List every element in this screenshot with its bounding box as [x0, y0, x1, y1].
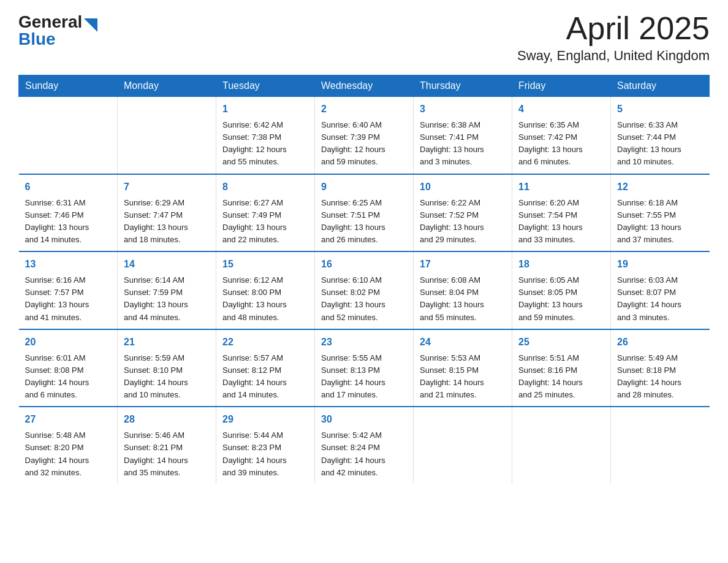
day-number: 5	[617, 102, 703, 117]
calendar-cell: 9Sunrise: 6:25 AM Sunset: 7:51 PM Daylig…	[315, 174, 414, 252]
calendar-header-wednesday: Wednesday	[315, 75, 414, 97]
calendar-cell	[414, 407, 512, 484]
logo: General Blue	[18, 12, 97, 49]
day-info: Sunrise: 6:03 AM Sunset: 8:07 PM Dayligh…	[617, 274, 703, 324]
calendar-cell: 29Sunrise: 5:44 AM Sunset: 8:23 PM Dayli…	[216, 407, 315, 484]
day-info: Sunrise: 5:42 AM Sunset: 8:24 PM Dayligh…	[321, 429, 407, 479]
day-number: 9	[321, 180, 407, 194]
calendar-cell: 14Sunrise: 6:14 AM Sunset: 7:59 PM Dayli…	[118, 251, 216, 329]
day-info: Sunrise: 6:18 AM Sunset: 7:55 PM Dayligh…	[617, 197, 703, 247]
calendar-header-monday: Monday	[118, 75, 216, 97]
day-number: 30	[321, 412, 407, 427]
day-info: Sunrise: 5:57 AM Sunset: 8:12 PM Dayligh…	[222, 352, 308, 402]
day-number: 14	[124, 257, 210, 272]
calendar-cell: 16Sunrise: 6:10 AM Sunset: 8:02 PM Dayli…	[315, 251, 414, 329]
calendar-cell: 7Sunrise: 6:29 AM Sunset: 7:47 PM Daylig…	[118, 174, 216, 252]
day-info: Sunrise: 6:31 AM Sunset: 7:46 PM Dayligh…	[25, 197, 112, 247]
day-number: 7	[124, 180, 210, 194]
calendar-header-thursday: Thursday	[414, 75, 512, 97]
day-info: Sunrise: 6:01 AM Sunset: 8:08 PM Dayligh…	[25, 352, 112, 402]
calendar-cell: 13Sunrise: 6:16 AM Sunset: 7:57 PM Dayli…	[19, 251, 118, 329]
day-number: 6	[25, 180, 112, 194]
calendar-cell: 1Sunrise: 6:42 AM Sunset: 7:38 PM Daylig…	[216, 97, 315, 174]
calendar-header-friday: Friday	[512, 75, 611, 97]
calendar-week-row: 1Sunrise: 6:42 AM Sunset: 7:38 PM Daylig…	[19, 97, 710, 174]
day-info: Sunrise: 6:38 AM Sunset: 7:41 PM Dayligh…	[420, 119, 506, 169]
day-number: 25	[518, 335, 604, 350]
calendar-cell: 3Sunrise: 6:38 AM Sunset: 7:41 PM Daylig…	[414, 97, 512, 174]
calendar-week-row: 6Sunrise: 6:31 AM Sunset: 7:46 PM Daylig…	[19, 174, 710, 252]
calendar-header-sunday: Sunday	[19, 75, 118, 97]
calendar-cell: 18Sunrise: 6:05 AM Sunset: 8:05 PM Dayli…	[512, 251, 611, 329]
day-info: Sunrise: 6:35 AM Sunset: 7:42 PM Dayligh…	[518, 119, 604, 169]
day-info: Sunrise: 5:53 AM Sunset: 8:15 PM Dayligh…	[420, 352, 506, 402]
calendar-cell: 5Sunrise: 6:33 AM Sunset: 7:44 PM Daylig…	[611, 97, 710, 174]
calendar-cell	[611, 407, 710, 484]
day-info: Sunrise: 6:33 AM Sunset: 7:44 PM Dayligh…	[617, 119, 703, 169]
day-info: Sunrise: 6:42 AM Sunset: 7:38 PM Dayligh…	[222, 119, 308, 169]
calendar-cell: 15Sunrise: 6:12 AM Sunset: 8:00 PM Dayli…	[216, 251, 315, 329]
day-number: 17	[420, 257, 506, 272]
day-info: Sunrise: 6:16 AM Sunset: 7:57 PM Dayligh…	[25, 274, 112, 324]
calendar-cell: 11Sunrise: 6:20 AM Sunset: 7:54 PM Dayli…	[512, 174, 611, 252]
calendar-week-row: 27Sunrise: 5:48 AM Sunset: 8:20 PM Dayli…	[19, 407, 710, 484]
day-info: Sunrise: 6:10 AM Sunset: 8:02 PM Dayligh…	[321, 274, 407, 324]
day-number: 28	[124, 412, 210, 427]
page-header: General Blue April 2025 Sway, England, U…	[18, 12, 710, 64]
day-number: 10	[420, 180, 506, 194]
calendar-cell: 4Sunrise: 6:35 AM Sunset: 7:42 PM Daylig…	[512, 97, 611, 174]
day-number: 16	[321, 257, 407, 272]
day-info: Sunrise: 5:49 AM Sunset: 8:18 PM Dayligh…	[617, 352, 703, 402]
calendar-cell: 10Sunrise: 6:22 AM Sunset: 7:52 PM Dayli…	[414, 174, 512, 252]
day-number: 26	[617, 335, 703, 350]
day-number: 19	[617, 257, 703, 272]
calendar-cell: 2Sunrise: 6:40 AM Sunset: 7:39 PM Daylig…	[315, 97, 414, 174]
day-info: Sunrise: 5:55 AM Sunset: 8:13 PM Dayligh…	[321, 352, 407, 402]
day-info: Sunrise: 5:44 AM Sunset: 8:23 PM Dayligh…	[222, 429, 308, 479]
calendar-cell: 23Sunrise: 5:55 AM Sunset: 8:13 PM Dayli…	[315, 329, 414, 407]
calendar-header-saturday: Saturday	[611, 75, 710, 97]
day-info: Sunrise: 6:22 AM Sunset: 7:52 PM Dayligh…	[420, 197, 506, 247]
day-number: 23	[321, 335, 407, 350]
day-number: 15	[222, 257, 308, 272]
day-number: 12	[617, 180, 703, 194]
calendar-cell: 17Sunrise: 6:08 AM Sunset: 8:04 PM Dayli…	[414, 251, 512, 329]
calendar-cell	[118, 97, 216, 174]
day-number: 24	[420, 335, 506, 350]
day-number: 11	[518, 180, 604, 194]
calendar-cell: 25Sunrise: 5:51 AM Sunset: 8:16 PM Dayli…	[512, 329, 611, 407]
day-number: 3	[420, 102, 506, 117]
day-number: 18	[518, 257, 604, 272]
calendar-cell: 19Sunrise: 6:03 AM Sunset: 8:07 PM Dayli…	[611, 251, 710, 329]
calendar-cell	[512, 407, 611, 484]
day-number: 27	[25, 412, 112, 427]
day-number: 20	[25, 335, 112, 350]
day-info: Sunrise: 5:48 AM Sunset: 8:20 PM Dayligh…	[25, 429, 112, 479]
calendar-cell: 22Sunrise: 5:57 AM Sunset: 8:12 PM Dayli…	[216, 329, 315, 407]
day-info: Sunrise: 6:14 AM Sunset: 7:59 PM Dayligh…	[124, 274, 210, 324]
day-number: 2	[321, 102, 407, 117]
day-info: Sunrise: 6:08 AM Sunset: 8:04 PM Dayligh…	[420, 274, 506, 324]
logo-blue-text: Blue	[18, 29, 97, 49]
day-number: 29	[222, 412, 308, 427]
calendar-cell: 26Sunrise: 5:49 AM Sunset: 8:18 PM Dayli…	[611, 329, 710, 407]
day-number: 4	[518, 102, 604, 117]
day-info: Sunrise: 5:46 AM Sunset: 8:21 PM Dayligh…	[124, 429, 210, 479]
day-number: 21	[124, 335, 210, 350]
calendar-cell	[19, 97, 118, 174]
calendar-cell: 30Sunrise: 5:42 AM Sunset: 8:24 PM Dayli…	[315, 407, 414, 484]
day-number: 1	[222, 102, 308, 117]
day-info: Sunrise: 6:29 AM Sunset: 7:47 PM Dayligh…	[124, 197, 210, 247]
calendar-header-tuesday: Tuesday	[216, 75, 315, 97]
day-info: Sunrise: 6:25 AM Sunset: 7:51 PM Dayligh…	[321, 197, 407, 247]
day-number: 13	[25, 257, 112, 272]
day-info: Sunrise: 6:40 AM Sunset: 7:39 PM Dayligh…	[321, 119, 407, 169]
day-info: Sunrise: 5:59 AM Sunset: 8:10 PM Dayligh…	[124, 352, 210, 402]
day-info: Sunrise: 5:51 AM Sunset: 8:16 PM Dayligh…	[518, 352, 604, 402]
calendar-cell: 27Sunrise: 5:48 AM Sunset: 8:20 PM Dayli…	[19, 407, 118, 484]
day-info: Sunrise: 6:20 AM Sunset: 7:54 PM Dayligh…	[518, 197, 604, 247]
calendar-cell: 28Sunrise: 5:46 AM Sunset: 8:21 PM Dayli…	[118, 407, 216, 484]
title-block: April 2025 Sway, England, United Kingdom	[517, 12, 710, 64]
calendar-cell: 20Sunrise: 6:01 AM Sunset: 8:08 PM Dayli…	[19, 329, 118, 407]
calendar-header-row: SundayMondayTuesdayWednesdayThursdayFrid…	[19, 75, 710, 97]
